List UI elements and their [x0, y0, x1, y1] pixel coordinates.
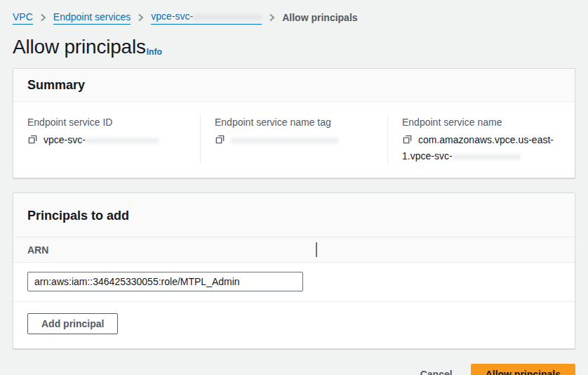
page: VPC Endpoint services vpce-svc-xxxxxxxxx… — [0, 0, 588, 375]
breadcrumb-current: Allow principals — [282, 11, 357, 24]
breadcrumb-endpoint-service-id[interactable]: vpce-svc-xxxxxxxxxxxxxx — [151, 10, 262, 25]
breadcrumb: VPC Endpoint services vpce-svc-xxxxxxxxx… — [13, 10, 575, 25]
breadcrumb-vpc[interactable]: VPC — [13, 11, 33, 25]
summary-card-header: Summary — [13, 69, 575, 102]
arn-column-header-row: ARN — [13, 237, 575, 263]
chevron-right-icon — [138, 13, 144, 22]
field-label: Endpoint service name tag — [215, 115, 373, 129]
field-value: com.amazonaws.vpce.us-east-1.vpce-svc-xx… — [402, 133, 561, 164]
copy-icon[interactable] — [215, 134, 225, 149]
chevron-right-icon — [269, 13, 275, 22]
arn-input-row — [13, 263, 575, 302]
summary-body: Endpoint service ID vpce-svc-xxxxxxxxxxx… — [13, 102, 575, 178]
footer-actions: Cancel Allow principals — [13, 364, 575, 375]
value-prefix: vpce-svc- — [44, 134, 86, 145]
field-label: Endpoint service ID — [27, 115, 186, 129]
principals-card-header: Principals to add — [13, 193, 575, 237]
page-title: Allow principals — [13, 35, 146, 59]
arn-input[interactable] — [27, 272, 303, 291]
breadcrumb-endpoint-services[interactable]: Endpoint services — [53, 11, 131, 25]
breadcrumb-service-prefix: vpce-svc- — [151, 11, 193, 22]
summary-card: Summary Endpoint service ID vpce-svc-xxx… — [13, 68, 575, 178]
redacted-text: xxxxxxxxxxxxxx — [193, 11, 262, 22]
copy-icon[interactable] — [402, 134, 413, 149]
add-principal-button[interactable]: Add principal — [27, 313, 118, 334]
allow-principals-button[interactable]: Allow principals — [471, 364, 575, 375]
summary-field-endpoint-service-id: Endpoint service ID vpce-svc-xxxxxxxxxxx… — [13, 115, 200, 164]
title-row: Allow principals Info — [13, 35, 575, 59]
chevron-right-icon — [40, 13, 46, 22]
info-link[interactable]: Info — [147, 47, 162, 59]
cancel-button[interactable]: Cancel — [417, 364, 455, 375]
arn-column-header: ARN — [27, 244, 48, 256]
summary-field-endpoint-service-name-tag: Endpoint service name tag xxxxxxxxxxxxxx… — [200, 115, 387, 164]
add-principal-row: Add principal — [13, 302, 575, 348]
copy-icon[interactable] — [27, 134, 38, 149]
redacted-text: xxxxxxxxxxxxxxx — [86, 135, 159, 145]
redacted-text: xxxxxxxxxxxxxxxxxxxxxx — [231, 135, 339, 145]
column-resize-handle[interactable] — [316, 242, 317, 257]
field-value: vpce-svc-xxxxxxxxxxxxxxx — [27, 133, 186, 149]
field-label: Endpoint service name — [402, 115, 561, 129]
field-value: xxxxxxxxxxxxxxxxxxxxxx — [215, 133, 373, 149]
summary-field-endpoint-service-name: Endpoint service name com.amazonaws.vpce… — [387, 115, 575, 164]
principals-card: Principals to add ARN Add principal — [13, 192, 575, 349]
redacted-text: xxxxxxxxxxxxxx — [453, 151, 521, 162]
